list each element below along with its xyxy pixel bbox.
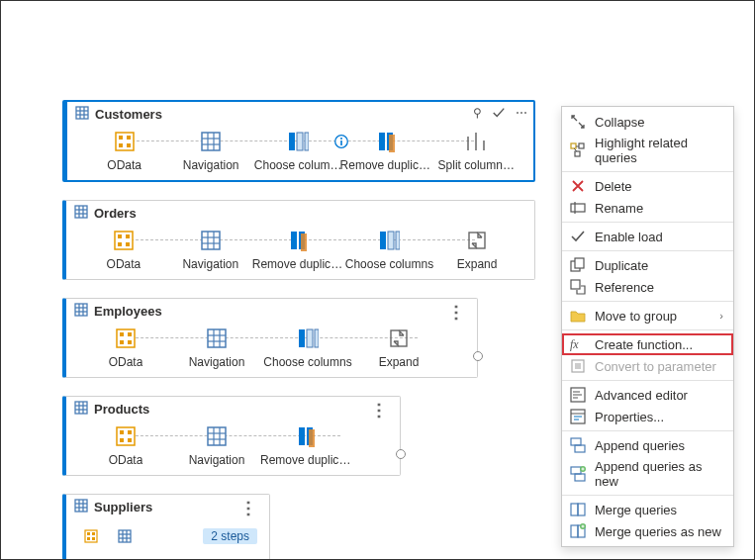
step-label: Remove duplicat… <box>252 257 347 271</box>
query-header[interactable]: Employees ⋯ <box>66 299 477 322</box>
check-icon <box>570 229 586 244</box>
rename-icon <box>570 200 586 216</box>
menu-item-delete[interactable]: Delete <box>562 175 733 197</box>
delete-icon <box>570 178 586 194</box>
odata-icon <box>113 326 139 351</box>
menu-label: Collapse <box>595 115 645 130</box>
step-remove-dup[interactable]: Remove duplicat… <box>262 423 353 467</box>
menu-label: Highlight related queries <box>595 136 723 165</box>
menu-separator <box>562 301 733 302</box>
step-split-col[interactable]: Split column… <box>433 129 519 172</box>
expand-icon <box>386 326 412 351</box>
menu-label: Delete <box>595 179 632 194</box>
step-choose-cols[interactable]: Choose columns <box>262 326 353 369</box>
menu-label: Reference <box>595 280 654 295</box>
step-odata[interactable]: OData <box>80 228 167 271</box>
query-card-products[interactable]: Products ⋯ OData Navigation Remove dup <box>62 396 401 476</box>
query-header[interactable]: Products ⋯ <box>66 397 400 420</box>
menu-separator <box>562 171 733 172</box>
step-label: OData <box>107 257 142 271</box>
folder-icon <box>570 308 586 324</box>
choose-cols-icon <box>376 228 402 253</box>
step-choose-cols[interactable]: Choose columns <box>345 228 433 271</box>
append-new-icon <box>570 466 586 482</box>
table-icon <box>74 205 88 222</box>
grid-icon <box>198 228 224 253</box>
pin-icon[interactable]: ⚲ <box>473 106 482 123</box>
menu-item-advanced-editor[interactable]: Advanced editor <box>562 384 733 406</box>
step-label: Navigation <box>189 355 245 369</box>
expand-icon <box>464 228 490 253</box>
query-header[interactable]: Suppliers ⋯ <box>66 495 269 517</box>
menu-item-create-function[interactable]: Create function... <box>562 333 733 355</box>
menu-item-move-to-group[interactable]: Move to group › <box>562 305 733 327</box>
step-expand[interactable]: Expand <box>433 228 520 271</box>
more-icon[interactable]: ⋯ <box>242 496 256 519</box>
step-remove-dup[interactable]: Remove duplicat… <box>254 228 345 271</box>
step-choose-cols[interactable]: Choose colum… <box>254 129 342 172</box>
menu-label: Move to group <box>595 309 677 324</box>
menu-separator <box>562 222 733 223</box>
step-grid[interactable]: Navigation <box>171 326 262 369</box>
remove-dup-icon <box>295 423 321 449</box>
query-header[interactable]: Orders <box>66 201 534 224</box>
query-header[interactable]: Customers <box>67 102 533 125</box>
step-odata[interactable]: OData <box>80 326 171 369</box>
menu-item-reference[interactable]: Reference <box>562 276 733 298</box>
more-icon[interactable]: ⋯ <box>516 106 527 123</box>
menu-label: Create function... <box>595 337 693 352</box>
menu-item-append-queries-as-new[interactable]: Append queries as new <box>562 456 733 492</box>
query-card-orders[interactable]: Orders OData Navigation Remove duplic <box>62 200 535 280</box>
step-grid[interactable]: Navigation <box>171 423 262 467</box>
menu-label: Properties... <box>595 410 664 424</box>
merge-new-icon <box>570 523 586 539</box>
query-card-employees[interactable]: Employees ⋯ OData Navigation Choose co <box>62 298 478 378</box>
remove-dup-icon <box>287 228 313 253</box>
step-label: Choose columns <box>263 355 351 369</box>
step-odata[interactable]: OData <box>80 423 171 467</box>
table-icon <box>112 523 138 549</box>
menu-item-rename[interactable]: Rename <box>562 197 733 219</box>
query-title: Orders <box>94 206 137 221</box>
step-label: OData <box>107 158 142 172</box>
menu-item-duplicate[interactable]: Duplicate <box>562 254 733 276</box>
grid-icon <box>204 423 230 449</box>
step-label: Expand <box>457 257 498 271</box>
menu-label: Append queries as new <box>595 459 723 489</box>
output-node[interactable] <box>396 449 406 459</box>
menu-label: Merge queries as new <box>595 524 721 539</box>
menu-item-convert-to-parameter: Convert to parameter <box>562 355 733 377</box>
table-icon <box>74 499 88 515</box>
menu-item-enable-load[interactable]: Enable load <box>562 226 733 247</box>
step-remove-dup[interactable]: Remove duplicat… <box>342 129 433 172</box>
step-odata[interactable]: OData <box>81 129 167 172</box>
collapse-icon <box>570 114 586 130</box>
odata-icon <box>112 129 138 154</box>
query-card-suppliers[interactable]: Suppliers ⋯ 2 steps <box>62 494 270 559</box>
table-icon <box>74 303 88 320</box>
step-grid[interactable]: Navigation <box>167 228 254 271</box>
menu-label: Advanced editor <box>595 388 688 403</box>
choose-cols-icon <box>295 326 321 351</box>
step-expand[interactable]: Expand <box>353 326 444 369</box>
step-label: Navigation <box>189 453 245 467</box>
query-title: Employees <box>94 304 162 319</box>
menu-item-properties[interactable]: Properties... <box>562 406 733 427</box>
source-icon <box>78 523 104 549</box>
menu-item-merge-queries[interactable]: Merge queries <box>562 499 733 520</box>
step-grid[interactable]: Navigation <box>167 129 253 172</box>
more-icon[interactable]: ⋯ <box>450 300 464 324</box>
menu-separator <box>562 329 733 330</box>
card-toolbar: ⚲ ⋯ <box>473 106 527 123</box>
menu-item-collapse[interactable]: Collapse <box>562 111 733 133</box>
menu-label: Merge queries <box>595 503 677 517</box>
menu-item-append-queries[interactable]: Append queries <box>562 434 733 456</box>
query-card-customers[interactable]: ⚲ ⋯ Customers OData Navigation <box>62 100 535 182</box>
menu-item-highlight-related-queries[interactable]: Highlight related queries <box>562 133 733 168</box>
menu-item-merge-queries-as-new[interactable]: Merge queries as new <box>562 520 733 542</box>
table-icon <box>74 401 88 418</box>
adv-editor-icon <box>570 387 586 403</box>
more-icon[interactable]: ⋯ <box>373 398 387 421</box>
output-node[interactable] <box>473 351 483 361</box>
grid-icon <box>198 129 224 154</box>
